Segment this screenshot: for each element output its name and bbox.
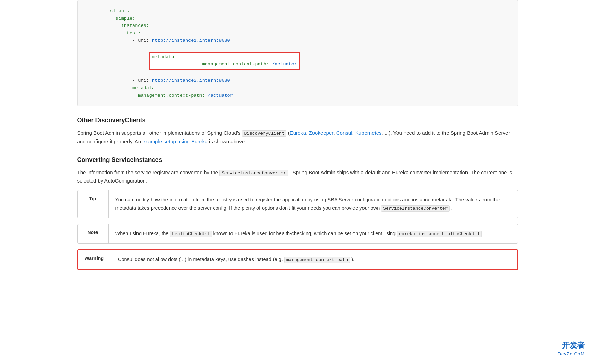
code-line: - uri: http://instance1.intern:8080 bbox=[88, 37, 507, 44]
discovery-paragraph: Spring Boot Admin supports all other imp… bbox=[77, 129, 518, 146]
watermark-chinese: 开发者 bbox=[558, 340, 585, 351]
code-line-highlighted: metadata: management.context-path: /actu… bbox=[88, 44, 507, 77]
tip-label: Tip bbox=[78, 190, 109, 218]
watermark: 开发者 DevZe.CoM bbox=[558, 340, 585, 357]
section-heading-converting: Converting ServiceInstances bbox=[77, 156, 518, 164]
health-check-url-code: healthCheckUrl bbox=[170, 231, 212, 237]
code-line: metadata: bbox=[88, 84, 507, 92]
tip-box: Tip You can modify how the information f… bbox=[77, 190, 518, 218]
management-context-path-code: management-context-path bbox=[284, 257, 350, 263]
kubernetes-link[interactable]: Kubernetes bbox=[355, 130, 382, 136]
warning-box: Warning Consul does not allow dots ( . )… bbox=[77, 249, 518, 270]
consul-link[interactable]: Consul bbox=[336, 130, 352, 136]
note-label: Note bbox=[78, 224, 109, 243]
converting-paragraph: The information from the service registr… bbox=[77, 168, 518, 186]
eureka-health-check-code: eureka.instance.healthCheckUrl bbox=[397, 231, 482, 237]
zookeeper-link[interactable]: Zookeeper bbox=[309, 130, 334, 136]
code-line: instances: bbox=[88, 22, 507, 30]
eureka-example-link[interactable]: example setup using Eureka bbox=[142, 138, 207, 144]
eureka-link[interactable]: Eureka bbox=[290, 130, 306, 136]
code-block: client: simple: instances: test: - uri: … bbox=[77, 0, 518, 106]
code-line: test: bbox=[88, 30, 507, 37]
code-line: management.context-path: /actuator bbox=[88, 92, 507, 100]
code-line: simple: bbox=[88, 15, 507, 22]
section-heading-discovery: Other DiscoveryClients bbox=[77, 117, 518, 124]
tip-content: You can modify how the information from … bbox=[109, 190, 518, 218]
watermark-english: DevZe.CoM bbox=[558, 351, 585, 357]
tip-code: ServiceInstanceConverter bbox=[381, 205, 450, 212]
code-line: client: bbox=[88, 7, 507, 15]
warning-content: Consul does not allow dots ( . ) in meta… bbox=[111, 250, 517, 269]
note-box: Note When using Eureka, the healthCheckU… bbox=[77, 224, 518, 244]
service-instance-converter-code: ServiceInstanceConverter bbox=[219, 170, 288, 176]
code-line: - uri: http://instance2.intern:8080 bbox=[88, 77, 507, 84]
note-content: When using Eureka, the healthCheckUrl kn… bbox=[109, 224, 518, 243]
discovery-client-code: DiscoveryClient bbox=[242, 130, 286, 137]
warning-label: Warning bbox=[78, 250, 111, 269]
